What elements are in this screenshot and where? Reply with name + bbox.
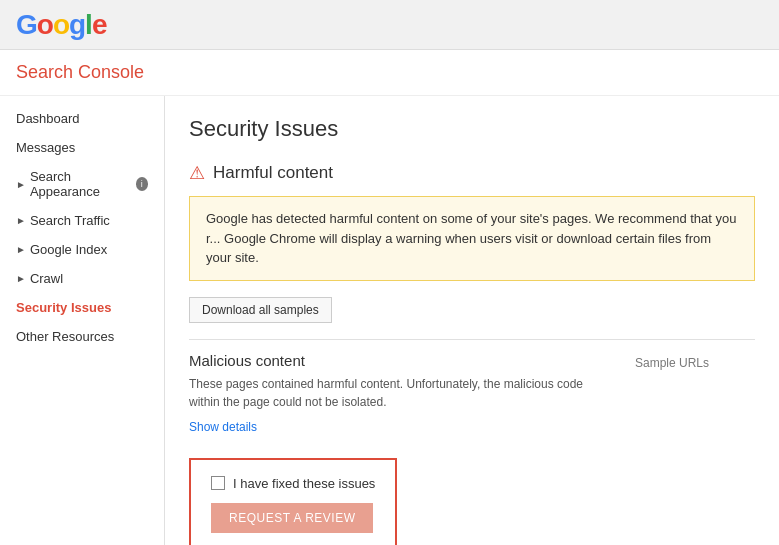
harmful-content-title: Harmful content (213, 163, 333, 183)
logo-e: e (92, 9, 107, 40)
divider (189, 339, 755, 340)
fix-checkbox-row: I have fixed these issues (211, 476, 375, 491)
sc-title-bar: Search Console (0, 50, 779, 96)
malicious-content-row: Malicious content These pages contained … (189, 352, 755, 434)
sidebar-item-crawl[interactable]: ► Crawl (0, 264, 164, 293)
header: Google (0, 0, 779, 50)
page-title: Security Issues (189, 116, 755, 142)
logo-o2: o (53, 9, 69, 40)
malicious-info: Malicious content These pages contained … (189, 352, 615, 434)
warning-text: Google has detected harmful content on s… (206, 211, 736, 265)
sidebar-item-dashboard[interactable]: Dashboard (0, 104, 164, 133)
logo-o1: o (37, 9, 53, 40)
warning-icon: ⚠ (189, 162, 205, 184)
sidebar-item-search-traffic[interactable]: ► Search Traffic (0, 206, 164, 235)
malicious-content-title: Malicious content (189, 352, 615, 369)
logo-l: l (85, 9, 92, 40)
logo-g: g (69, 9, 85, 40)
sidebar-item-label: Search Traffic (30, 213, 110, 228)
download-all-samples-button[interactable]: Download all samples (189, 297, 332, 323)
warning-box: Google has detected harmful content on s… (189, 196, 755, 281)
sidebar-item-google-index[interactable]: ► Google Index (0, 235, 164, 264)
sample-urls-label: Sample URLs (635, 352, 755, 434)
layout: Dashboard Messages ► Search Appearance i… (0, 96, 779, 545)
sidebar-item-label: Crawl (30, 271, 63, 286)
sidebar: Dashboard Messages ► Search Appearance i… (0, 96, 165, 545)
chevron-right-icon: ► (16, 244, 26, 255)
fix-issues-checkbox[interactable] (211, 476, 225, 490)
main-content: Security Issues ⚠ Harmful content Google… (165, 96, 779, 545)
malicious-content-description: These pages contained harmful content. U… (189, 375, 615, 411)
chevron-right-icon: ► (16, 179, 26, 190)
sidebar-item-label: Security Issues (16, 300, 111, 315)
harmful-content-header: ⚠ Harmful content (189, 162, 755, 184)
sidebar-item-label: Messages (16, 140, 75, 155)
fix-section: I have fixed these issues REQUEST A REVI… (189, 458, 397, 546)
sidebar-item-search-appearance[interactable]: ► Search Appearance i (0, 162, 164, 206)
request-review-button[interactable]: REQUEST A REVIEW (211, 503, 373, 533)
chevron-right-icon: ► (16, 273, 26, 284)
chevron-right-icon: ► (16, 215, 26, 226)
show-details-link[interactable]: Show details (189, 420, 257, 434)
sidebar-item-label: Google Index (30, 242, 107, 257)
sc-title: Search Console (16, 62, 144, 82)
sidebar-item-label: Search Appearance (30, 169, 132, 199)
sidebar-item-label: Other Resources (16, 329, 114, 344)
logo-G: G (16, 9, 37, 40)
info-icon: i (136, 177, 148, 191)
google-logo: Google (16, 9, 106, 41)
sidebar-item-label: Dashboard (16, 111, 80, 126)
sidebar-item-other-resources[interactable]: Other Resources (0, 322, 164, 351)
sidebar-item-security-issues[interactable]: Security Issues (0, 293, 164, 322)
fix-issues-label: I have fixed these issues (233, 476, 375, 491)
sidebar-item-messages[interactable]: Messages (0, 133, 164, 162)
